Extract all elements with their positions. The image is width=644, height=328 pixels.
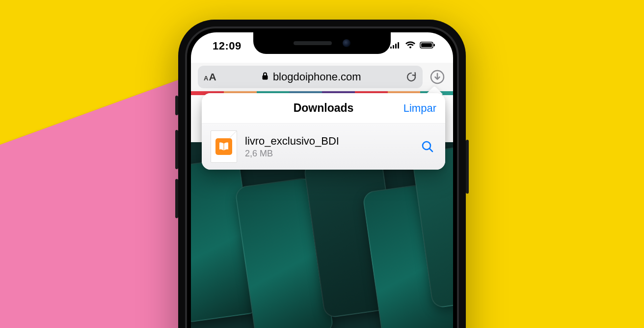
front-camera xyxy=(343,39,350,47)
svg-rect-5 xyxy=(421,43,432,47)
downloads-popover-header: Downloads Limpar xyxy=(202,93,445,124)
address-bar[interactable]: AA blogdoiphone.com xyxy=(198,66,423,88)
status-indicators xyxy=(390,41,438,51)
downloads-title: Downloads xyxy=(294,101,354,115)
device-notch xyxy=(253,32,391,54)
phone-bezel: 12:09 xyxy=(185,26,459,328)
svg-rect-7 xyxy=(262,76,268,80)
volume-up-button[interactable] xyxy=(175,130,178,169)
magnifier-icon xyxy=(421,140,434,153)
download-item-text: livro_exclusivo_BDI 2,6 MB xyxy=(245,135,411,159)
cellular-signal-icon xyxy=(390,42,401,50)
downloads-popover: Downloads Limpar xyxy=(202,93,445,170)
volume-down-button[interactable] xyxy=(175,179,178,218)
address-bar-content: blogdoiphone.com xyxy=(216,71,406,83)
svg-rect-1 xyxy=(393,45,394,49)
phone-screen: 12:09 xyxy=(191,32,453,328)
reload-button[interactable] xyxy=(406,72,417,82)
battery-icon xyxy=(420,42,435,50)
file-type-icon xyxy=(211,130,237,163)
lock-icon xyxy=(261,71,269,83)
svg-rect-3 xyxy=(398,42,399,49)
reveal-in-finder-button[interactable] xyxy=(419,140,436,153)
iphone-device: 12:09 xyxy=(178,20,466,328)
page-hero-image xyxy=(191,142,453,328)
mute-switch[interactable] xyxy=(175,96,178,115)
ibooks-icon xyxy=(215,138,232,155)
download-item[interactable]: livro_exclusivo_BDI 2,6 MB xyxy=(202,124,445,170)
reader-aa-button[interactable]: AA xyxy=(204,71,216,83)
scene-background: 12:09 xyxy=(0,0,644,328)
power-button[interactable] xyxy=(466,140,469,194)
safari-toolbar: AA blogdoiphone.com xyxy=(191,63,453,91)
svg-rect-2 xyxy=(395,44,397,49)
wifi-icon xyxy=(405,41,416,51)
url-domain: blogdoiphone.com xyxy=(273,71,361,83)
clear-downloads-button[interactable]: Limpar xyxy=(403,93,436,123)
download-item-name: livro_exclusivo_BDI xyxy=(245,135,411,148)
downloads-button[interactable] xyxy=(429,68,446,86)
svg-rect-0 xyxy=(390,47,392,49)
status-time: 12:09 xyxy=(206,40,242,52)
svg-rect-6 xyxy=(434,44,435,47)
earpiece-speaker xyxy=(294,41,332,45)
download-item-size: 2,6 MB xyxy=(245,149,411,159)
